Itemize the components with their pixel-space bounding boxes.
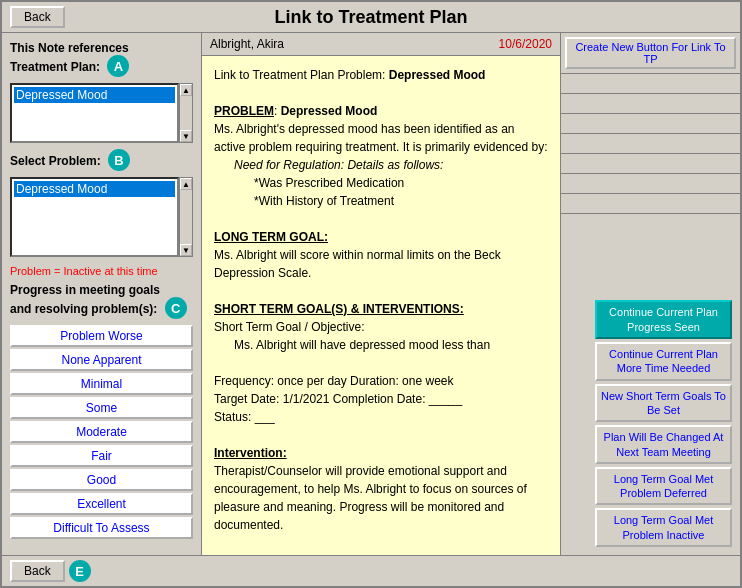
right-panel: Create New Button For Link To TP D — [560, 33, 740, 555]
progress-btn-problem-worse[interactable]: Problem Worse — [10, 325, 193, 347]
bottom-back-button[interactable]: Back — [10, 560, 65, 582]
patient-date: 10/6/2020 — [499, 37, 552, 51]
status-text: Status: ___ — [214, 408, 548, 426]
select-problem-listbox-wrapper: Depressed Mood ▲ ▼ — [10, 177, 193, 257]
top-back-button[interactable]: Back — [10, 6, 65, 28]
treatment-plan-listbox-wrapper: Depressed Mood ▲ ▼ — [10, 83, 193, 143]
problem-name: Depressed Mood — [281, 104, 378, 118]
intervention-text: Therapist/Counselor will provide emotion… — [214, 462, 548, 534]
stg-head: SHORT TERM GOAL(S) & INTERVENTIONS: — [214, 302, 464, 316]
ltg-text: Ms. Albright will score within normal li… — [214, 246, 548, 282]
middle-panel: Albright, Akira 10/6/2020 Link to Treatm… — [202, 33, 560, 555]
scroll-up-arrow2[interactable]: ▲ — [180, 178, 192, 190]
item2: *With History of Treatment — [254, 192, 548, 210]
right-scroll-area: D Continue Current Plan Progress SeenCon… — [561, 74, 740, 555]
content-area: This Note references Treatment Plan: A D… — [2, 33, 740, 555]
need-label: Need for Regulation: Details as follows: — [234, 156, 548, 174]
scroll-down-arrow[interactable]: ▼ — [180, 130, 192, 142]
action-buttons-area: Continue Current Plan Progress SeenConti… — [591, 296, 736, 551]
top-bar: Back Link to Treatment Plan — [2, 2, 740, 33]
select-problem-label: Select Problem: B — [10, 149, 193, 171]
right-top: Create New Button For Link To TP — [561, 33, 740, 74]
stg-objective-text: Ms. Albright will have depressed mood le… — [234, 336, 548, 354]
left-panel: This Note references Treatment Plan: A D… — [2, 33, 202, 555]
ltg-head: LONG TERM GOAL: — [214, 230, 328, 244]
link-problem: Depressed Mood — [389, 68, 486, 82]
treatment-plan-listbox[interactable]: Depressed Mood — [10, 83, 179, 143]
progress-btn-difficult-to-assess[interactable]: Difficult To Assess — [10, 517, 193, 539]
frequency-text: Frequency: once per day Duration: one we… — [214, 372, 548, 390]
document-area[interactable]: Link to Treatment Plan Problem: Depresse… — [202, 56, 560, 555]
badge-a: A — [107, 55, 129, 77]
action-btn-5[interactable]: Long Term Goal Met Problem Inactive — [595, 508, 732, 547]
link-title: Link to Treatment Plan Problem: — [214, 68, 385, 82]
progress-btn-moderate[interactable]: Moderate — [10, 421, 193, 443]
treatment-plan-item[interactable]: Depressed Mood — [14, 87, 175, 103]
action-btn-4[interactable]: Long Term Goal Met Problem Deferred — [595, 467, 732, 506]
page-title: Link to Treatment Plan — [274, 7, 467, 28]
problem-text: Ms. Albright's depressed mood has been i… — [214, 120, 548, 156]
bottom-bar: Back E — [2, 555, 740, 586]
action-buttons-section: D Continue Current Plan Progress SeenCon… — [561, 292, 740, 555]
badge-b: B — [108, 149, 130, 171]
progress-btn-some[interactable]: Some — [10, 397, 193, 419]
references-label: This Note references Treatment Plan: A — [10, 41, 193, 77]
select-problem-listbox[interactable]: Depressed Mood — [10, 177, 179, 257]
action-btn-2[interactable]: New Short Term Goals To Be Set — [595, 384, 732, 423]
badge-e: E — [69, 560, 91, 582]
select-problem-scrollbar[interactable]: ▲ ▼ — [179, 177, 193, 257]
scroll-down-arrow2[interactable]: ▼ — [180, 244, 192, 256]
progress-btn-minimal[interactable]: Minimal — [10, 373, 193, 395]
patient-header: Albright, Akira 10/6/2020 — [202, 33, 560, 56]
badge-c: C — [165, 297, 187, 319]
scroll-track — [180, 96, 192, 130]
problem-head: PROBLEM — [214, 104, 274, 118]
action-btn-3[interactable]: Plan Will Be Changed At Next Team Meetin… — [595, 425, 732, 464]
progress-btn-none-apparent[interactable]: None Apparent — [10, 349, 193, 371]
intervention-head: Intervention: — [214, 446, 287, 460]
create-new-button[interactable]: Create New Button For Link To TP — [565, 37, 736, 69]
scroll-up-arrow[interactable]: ▲ — [180, 84, 192, 96]
progress-btn-good[interactable]: Good — [10, 469, 193, 491]
progress-label: Progress in meeting goals and resolving … — [10, 283, 193, 319]
progress-btn-fair[interactable]: Fair — [10, 445, 193, 467]
progress-btn-excellent[interactable]: Excellent — [10, 493, 193, 515]
patient-name: Albright, Akira — [210, 37, 284, 51]
target-text: Target Date: 1/1/2021 Completion Date: _… — [214, 390, 548, 408]
action-btn-0[interactable]: Continue Current Plan Progress Seen — [595, 300, 732, 339]
progress-buttons-container: Problem WorseNone ApparentMinimalSomeMod… — [10, 325, 193, 539]
action-btn-1[interactable]: Continue Current Plan More Time Needed — [595, 342, 732, 381]
right-lines — [561, 74, 740, 292]
scroll-track2 — [180, 190, 192, 244]
treatment-plan-scrollbar[interactable]: ▲ ▼ — [179, 83, 193, 143]
inactive-label: Problem = Inactive at this time — [10, 265, 193, 277]
select-problem-item[interactable]: Depressed Mood — [14, 181, 175, 197]
stg-objective-label: Short Term Goal / Objective: — [214, 318, 548, 336]
item1: *Was Prescribed Medication — [254, 174, 548, 192]
